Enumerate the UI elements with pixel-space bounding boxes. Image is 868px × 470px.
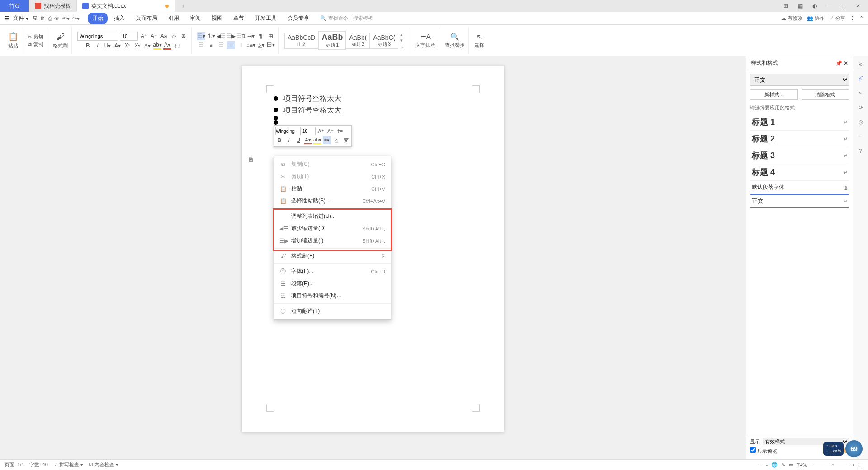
bullet-line[interactable]: 项目符号空格太大 xyxy=(274,93,472,104)
preview-icon[interactable]: 👁 xyxy=(54,15,60,22)
highlight-icon[interactable]: ab▾ xyxy=(153,42,161,50)
decrease-indent-icon[interactable]: ◀☰ xyxy=(217,32,225,40)
status-page[interactable]: 页面: 1/1 xyxy=(5,461,24,468)
mini-align-icon[interactable]: ≡▾ xyxy=(323,136,331,144)
bullet-line[interactable] xyxy=(274,120,472,125)
mini-highlight-icon[interactable]: ab▾ xyxy=(313,136,321,144)
side-sync-icon[interactable]: ⟳ xyxy=(859,104,863,111)
align-center-icon[interactable]: ≡ xyxy=(207,41,215,49)
menu-tab-chapter[interactable]: 章节 xyxy=(229,13,249,24)
mini-bold-icon[interactable]: B xyxy=(275,136,283,144)
network-widget[interactable]: ↑ 0K/s ↓ 0.2K/s 69 xyxy=(823,440,863,457)
style-item-h2[interactable]: 标题 2↵ xyxy=(750,131,849,147)
numbering-icon[interactable]: ⒈▾ xyxy=(207,32,215,40)
border-icon[interactable]: ⊞ xyxy=(267,32,275,40)
underline-icon[interactable]: U▾ xyxy=(104,42,112,50)
menu-tab-member[interactable]: 会员专享 xyxy=(283,13,314,24)
cut-button[interactable]: ✂ 剪切 xyxy=(28,33,43,40)
mini-font-color-icon[interactable]: A▾ xyxy=(304,136,312,144)
clear-format-button[interactable]: 清除格式 xyxy=(802,89,849,100)
tab-document[interactable]: 英文文档.docx ● xyxy=(77,0,175,12)
bullets-icon[interactable]: ☰▾ xyxy=(197,32,205,40)
side-help-icon[interactable]: ? xyxy=(859,148,862,154)
status-words[interactable]: 字数: 40 xyxy=(29,461,47,468)
cm-paste-special[interactable]: 📋选择性粘贴(S)...Ctrl+Alt+V xyxy=(274,195,391,207)
shading-icon[interactable]: ◬▾ xyxy=(257,41,265,49)
zoom-out-icon[interactable]: − xyxy=(811,462,813,468)
style-down-icon[interactable]: ▾ xyxy=(400,38,404,43)
redo-icon[interactable]: ↷▾ xyxy=(72,15,80,22)
panel-close-icon[interactable]: ✕ xyxy=(844,60,848,66)
menu-tab-start[interactable]: 开始 xyxy=(88,13,108,24)
text-effect-icon[interactable]: A▾ xyxy=(143,42,151,50)
share-button[interactable]: ↗ 分享 xyxy=(829,15,845,22)
paragraph-marker-icon[interactable]: 🗎 xyxy=(248,156,254,163)
file-menu[interactable]: 文件 ▾ xyxy=(13,14,28,22)
style-item-h3[interactable]: 标题 3↵ xyxy=(750,147,849,164)
side-cursor-icon[interactable]: ↖ xyxy=(859,90,863,96)
line-spacing-icon[interactable]: ‡≡▾ xyxy=(247,41,255,49)
cm-font[interactable]: ⓕ字体(F)...Ctrl+D xyxy=(274,265,391,277)
maximize-button[interactable]: ◻ xyxy=(838,3,849,9)
menu-tab-dev[interactable]: 开发工具 xyxy=(250,13,281,24)
mini-increase-font-icon[interactable]: A⁺ xyxy=(317,127,325,135)
cm-format-brush[interactable]: 🖌格式刷(F)⎘ xyxy=(274,250,391,262)
change-case-icon[interactable]: Aa xyxy=(160,32,168,40)
minimize-button[interactable]: — xyxy=(824,3,835,9)
bullet-line[interactable] xyxy=(274,116,472,120)
side-location-icon[interactable]: ◎ xyxy=(859,119,863,125)
select-button[interactable]: ↖选择 xyxy=(474,33,484,49)
side-brush-icon[interactable]: 🖊 xyxy=(858,75,863,82)
menu-tab-view[interactable]: 视图 xyxy=(207,13,227,24)
grid-icon[interactable]: ▦ xyxy=(795,3,806,9)
style-item-default-font[interactable]: 默认段落字体a xyxy=(750,181,849,194)
find-replace-button[interactable]: 🔍查找替换 xyxy=(445,33,465,49)
view-web-icon[interactable]: 🌐 xyxy=(771,462,778,468)
borders-icon[interactable]: 田▾ xyxy=(267,41,275,49)
mini-shading-icon[interactable]: ◬ xyxy=(332,136,340,144)
cm-paragraph[interactable]: ☰段落(P)... xyxy=(274,277,391,290)
hamburger-icon[interactable]: ☰ xyxy=(5,15,9,22)
current-style-select[interactable]: 正文 xyxy=(750,74,849,86)
save-as-icon[interactable]: 🗎 xyxy=(40,15,46,22)
layout-icon[interactable]: ⊞ xyxy=(780,3,791,9)
mini-italic-icon[interactable]: I xyxy=(285,136,293,144)
zoom-fit-icon[interactable]: ▭ xyxy=(789,462,793,468)
increase-indent-icon[interactable]: ☰▶ xyxy=(227,32,235,40)
status-content[interactable]: ☑ 内容检查 ▾ xyxy=(89,461,118,468)
font-color-icon[interactable]: A▾ xyxy=(163,42,171,50)
mini-linespacing-icon[interactable]: ‡≡ xyxy=(336,127,344,135)
justify-icon[interactable]: ≣ xyxy=(227,41,235,49)
clear-format-icon[interactable]: ◇ xyxy=(170,32,178,40)
view-page-icon[interactable]: ▫ xyxy=(766,462,768,468)
zoom-in-icon[interactable]: + xyxy=(852,462,855,468)
status-spell[interactable]: ☑ 拼写检查 ▾ xyxy=(53,461,83,468)
cm-decrease-indent[interactable]: ◀☰减少缩进量(D)Shift+Alt+, xyxy=(274,222,391,235)
mini-font-name[interactable] xyxy=(275,127,301,135)
char-shading-icon[interactable]: ⬚ xyxy=(173,42,181,50)
cm-adjust-indent[interactable]: 调整列表缩进(U)... xyxy=(274,210,391,222)
mini-font-size[interactable] xyxy=(302,127,316,135)
cm-increase-indent[interactable]: ☰▶增加缩进量(I)Shift+Alt+. xyxy=(274,235,391,247)
more-icon[interactable]: ⋮ xyxy=(850,15,855,21)
undo-icon[interactable]: ↶▾ xyxy=(62,15,70,22)
fullscreen-icon[interactable]: ⛶ xyxy=(859,462,863,468)
save-icon[interactable]: 🖫 xyxy=(32,15,38,22)
style-item-body[interactable]: 正文↵ xyxy=(750,194,849,208)
style-item-h1[interactable]: 标题 1↵ xyxy=(750,114,849,131)
search-box[interactable]: 🔍 查找命令、搜索模板 xyxy=(320,15,373,22)
style-normal[interactable]: AaBbCcD正文 xyxy=(284,33,318,49)
superscript-icon[interactable]: X² xyxy=(123,42,132,50)
style-h1[interactable]: AaBb标题 1 xyxy=(318,31,346,50)
cm-paste[interactable]: 📋粘贴Ctrl+V xyxy=(274,183,391,195)
tab-home[interactable]: 首页 xyxy=(0,0,29,12)
cm-translate[interactable]: ㊥短句翻译(T) xyxy=(274,305,391,317)
print-icon[interactable]: ⎙ xyxy=(48,15,52,22)
text-layout-button[interactable]: ≣A文字排版 xyxy=(415,33,435,49)
strikethrough-icon[interactable]: A̶▾ xyxy=(113,42,122,50)
mini-underline-icon[interactable]: U xyxy=(294,136,302,144)
italic-icon[interactable]: I xyxy=(94,42,102,50)
sort-icon[interactable]: ☰⇅ xyxy=(237,32,245,40)
menu-tab-insert[interactable]: 插入 xyxy=(109,13,129,24)
bold-icon[interactable]: B xyxy=(84,42,92,50)
